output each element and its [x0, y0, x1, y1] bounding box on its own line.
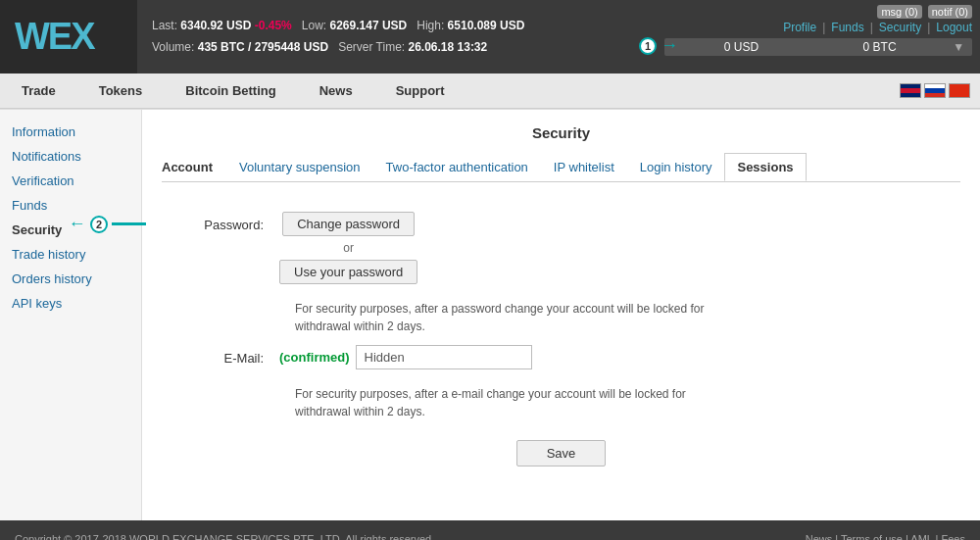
- footer-link-news[interactable]: News: [806, 533, 833, 540]
- flag-uk[interactable]: [900, 83, 921, 98]
- footer-link-aml[interactable]: AML: [910, 533, 932, 540]
- nav-tokens[interactable]: Tokens: [77, 74, 165, 109]
- msg-badge: msg (0): [877, 5, 921, 19]
- footer-link-fees[interactable]: Fees: [942, 533, 965, 540]
- change-password-button[interactable]: Change password: [282, 212, 415, 236]
- sidebar-item-api-keys[interactable]: API keys: [0, 291, 141, 316]
- footer: Copyright © 2017-2018 WORLD EXCHANGE SER…: [0, 520, 980, 540]
- last-value: 6340.92 USD: [180, 19, 251, 32]
- main-nav: Trade Tokens Bitcoin Betting News Suppor…: [0, 74, 980, 109]
- tab-voluntary-suspension[interactable]: Voluntary suspension: [226, 153, 373, 181]
- low-label: Low:: [302, 19, 326, 32]
- sidebar-item-funds[interactable]: Funds: [0, 193, 141, 218]
- balance-dropdown-icon[interactable]: ▼: [953, 40, 964, 54]
- nav-support[interactable]: Support: [374, 74, 466, 109]
- nav-news[interactable]: News: [298, 74, 374, 109]
- sidebar-item-orders-history[interactable]: Orders history: [0, 267, 141, 291]
- or-text: or: [343, 241, 354, 255]
- nav-trade[interactable]: Trade: [0, 74, 77, 109]
- logo: WEX: [15, 16, 94, 58]
- funds-link[interactable]: Funds: [831, 21, 863, 34]
- logo-area: WEX: [0, 0, 137, 74]
- account-tabs: Account Voluntary suspension Two-factor …: [162, 153, 960, 182]
- footer-right: News | Terms of use | AML | Fees Public …: [806, 530, 965, 540]
- user-area: msg (0) notif (0) Profile | Funds | Secu…: [657, 0, 980, 74]
- flags-area: [900, 83, 980, 98]
- sidebar-item-verification[interactable]: Verification: [0, 169, 141, 193]
- profile-link[interactable]: Profile: [783, 21, 816, 34]
- content-wrapper: Information Notifications Verification F…: [0, 109, 980, 520]
- email-note: For security purposes, after a e-mail ch…: [295, 385, 736, 420]
- server-time: 26.06.18 13:32: [408, 40, 487, 54]
- sidebar-item-notifications[interactable]: Notifications: [0, 144, 141, 169]
- high-value: 6510.089 USD: [448, 19, 525, 32]
- section-title: Security: [162, 124, 960, 141]
- logout-link[interactable]: Logout: [936, 21, 972, 34]
- high-label: High:: [416, 19, 444, 32]
- account-label: Account: [162, 154, 226, 180]
- sidebar: Information Notifications Verification F…: [0, 110, 142, 520]
- last-label: Last:: [152, 19, 177, 32]
- footer-link-terms[interactable]: Terms of use: [841, 533, 903, 540]
- password-label: Password:: [162, 212, 279, 232]
- sidebar-item-information[interactable]: Information: [0, 120, 141, 144]
- tab-login-history[interactable]: Login history: [627, 153, 725, 181]
- nav-bitcoin-betting[interactable]: Bitcoin Betting: [164, 74, 297, 109]
- confirmed-badge: (confirmed): [279, 350, 350, 365]
- ticker-area: Last: 6340.92 USD -0.45% Low: 6269.147 U…: [137, 0, 657, 74]
- password-controls: Change password or Use your password: [279, 212, 417, 284]
- tab-ip-whitelist[interactable]: IP whitelist: [541, 153, 627, 181]
- footer-copyright: Copyright © 2017-2018 WORLD EXCHANGE SER…: [15, 530, 642, 540]
- footer-left: Copyright © 2017-2018 WORLD EXCHANGE SER…: [15, 530, 642, 540]
- password-note: For security purposes, after a password …: [295, 300, 736, 335]
- volume-value: 435 BTC / 2795448 USD: [198, 40, 328, 54]
- form-section: Password: Change password or Use your pa…: [162, 202, 960, 476]
- save-row: Save: [162, 440, 960, 466]
- save-button[interactable]: Save: [516, 440, 607, 466]
- sidebar-item-security[interactable]: Security: [0, 218, 141, 242]
- email-input[interactable]: [356, 345, 532, 369]
- password-row: Password: Change password or Use your pa…: [162, 212, 960, 284]
- btc-balance: 0 BTC: [810, 40, 949, 54]
- volume-label: Volume:: [152, 40, 194, 54]
- tab-two-factor[interactable]: Two-factor authentication: [373, 153, 541, 181]
- server-label: Server Time:: [338, 40, 405, 54]
- flag-cn[interactable]: [949, 83, 970, 98]
- use-password-button[interactable]: Use your password: [279, 260, 417, 284]
- low-value: 6269.147 USD: [330, 19, 408, 32]
- main-content: Security Account Voluntary suspension Tw…: [142, 110, 980, 520]
- notif-badge: notif (0): [928, 5, 972, 19]
- balance-bar: 0 USD 0 BTC ▼: [664, 38, 972, 56]
- usd-balance: 0 USD: [672, 40, 810, 54]
- tab-sessions[interactable]: Sessions: [724, 153, 806, 181]
- email-label: E-Mail:: [162, 345, 279, 366]
- change-value: -0.45%: [255, 19, 292, 32]
- flag-ru[interactable]: [924, 83, 946, 98]
- sidebar-item-trade-history[interactable]: Trade history: [0, 242, 141, 267]
- email-controls: (confirmed): [279, 345, 532, 369]
- security-link[interactable]: Security: [879, 21, 921, 34]
- email-row: E-Mail: (confirmed): [162, 345, 960, 369]
